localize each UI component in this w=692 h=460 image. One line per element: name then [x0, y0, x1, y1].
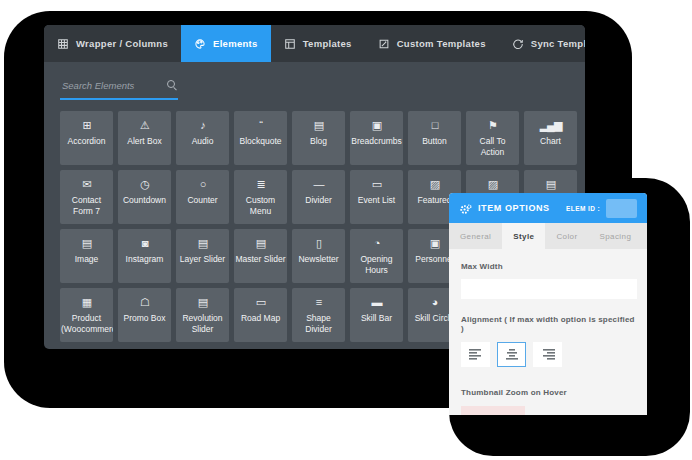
- element-tile[interactable]: ▯Newsletter: [292, 229, 345, 283]
- element-tile-label: Call To Action: [466, 136, 519, 158]
- tab-color[interactable]: Color: [545, 223, 588, 249]
- element-tile-label: Countdown: [118, 195, 171, 206]
- photo-icon: ▤: [82, 236, 91, 250]
- element-tile[interactable]: ▂▄▆Chart: [524, 111, 577, 165]
- tab-elements[interactable]: Elements: [181, 25, 271, 62]
- element-tile[interactable]: ▤Master Slider: [234, 229, 287, 283]
- element-tile[interactable]: ≡Shape Divider: [292, 288, 345, 342]
- element-tile[interactable]: ▤Blog: [292, 111, 345, 165]
- search-input[interactable]: [60, 79, 160, 92]
- search-icon[interactable]: [167, 80, 178, 91]
- photo-icon: ▤: [198, 295, 207, 309]
- element-tile[interactable]: ⊞Accordion: [60, 111, 113, 165]
- element-tile-label: Layer Slider: [176, 254, 229, 265]
- tab-label: Sync Templates: [531, 38, 585, 49]
- gears-icon: [459, 202, 472, 215]
- thumbnail-zoom-toggle[interactable]: OFF: [461, 406, 525, 415]
- element-tile[interactable]: ≣Custom Menu: [234, 170, 287, 224]
- tab-general[interactable]: General: [449, 223, 502, 249]
- cart-icon: ▦: [82, 295, 91, 309]
- element-tile[interactable]: ▤Layer Slider: [176, 229, 229, 283]
- element-tile-label: Skill Bar: [350, 313, 403, 324]
- alignment-label: Alignment ( If max width option is speci…: [461, 315, 635, 333]
- tab-wrapper-columns[interactable]: Wrapper / Columns: [44, 25, 181, 62]
- tab-label: Templates: [303, 38, 352, 49]
- element-tile[interactable]: ▤Image: [60, 229, 113, 283]
- wrapper-columns-icon: [57, 38, 69, 50]
- elem-id-input[interactable]: [606, 199, 637, 218]
- megaphone-icon: ⚑: [488, 118, 497, 132]
- item-options-header: ITEM OPTIONS ELEM ID :: [449, 193, 647, 223]
- element-tile[interactable]: □Button: [408, 111, 461, 165]
- max-width-input[interactable]: [461, 279, 637, 299]
- event-box-icon: ▭: [372, 177, 381, 191]
- element-tile-label: Road Map: [234, 313, 287, 324]
- element-tile-label: Chart: [524, 136, 577, 147]
- element-tile[interactable]: ▬Skill Bar: [350, 288, 403, 342]
- thumbnail-zoom-label: Thumbnail Zoom on Hover: [461, 388, 635, 397]
- templates-icon: [284, 38, 296, 50]
- pie-icon: ◕: [432, 295, 438, 309]
- element-tile[interactable]: ○Counter: [176, 170, 229, 224]
- accordion-icon: ⊞: [82, 118, 90, 132]
- tab-custom-templates[interactable]: Custom Templates: [365, 25, 499, 62]
- element-tile[interactable]: ▭Event List: [350, 170, 403, 224]
- folder-icon: ▭: [256, 295, 265, 309]
- breadcrumbs-icon: ▣: [372, 118, 381, 132]
- search-field[interactable]: [60, 79, 178, 100]
- bar-chart-icon: ▂▄▆: [540, 118, 562, 132]
- elem-id-label: ELEM ID :: [566, 205, 600, 212]
- photo-icon: ▤: [198, 236, 207, 250]
- tab-style[interactable]: Style: [502, 223, 545, 249]
- element-tile[interactable]: “Blockquote: [234, 111, 287, 165]
- element-tile[interactable]: ♪Audio: [176, 111, 229, 165]
- element-tile-label: Breadcrumbs: [350, 136, 403, 147]
- element-tile-label: Counter: [176, 195, 229, 206]
- element-tile-label: Audio: [176, 136, 229, 147]
- align-center-button[interactable]: [497, 342, 526, 367]
- menu-list-icon: ≣: [256, 177, 264, 191]
- element-tile[interactable]: ▤Revolution Slider: [176, 288, 229, 342]
- tab-sync-templates[interactable]: Sync Templates: [499, 25, 585, 62]
- tab-templates[interactable]: Templates: [271, 25, 365, 62]
- element-tile[interactable]: ▦Product (Woocommerce): [60, 288, 113, 342]
- photo-icon: ▤: [314, 118, 323, 132]
- sync-icon: [512, 38, 524, 50]
- countdown-clock-icon: ◷: [140, 177, 149, 191]
- element-tile[interactable]: ⚠Alert Box: [118, 111, 171, 165]
- element-tile-label: Product (Woocommerce): [60, 313, 113, 335]
- tab-label: Custom Templates: [397, 38, 486, 49]
- element-tile[interactable]: ◷Countdown: [118, 170, 171, 224]
- item-options-content: Max Width Alignment ( If max width optio…: [449, 249, 647, 415]
- element-tile[interactable]: ✉Contact Form 7: [60, 170, 113, 224]
- id-card-icon: ▣: [430, 236, 439, 250]
- element-tile-label: Accordion: [60, 136, 113, 147]
- photo-icon: ▤: [546, 177, 555, 191]
- element-tile-label: Promo Box: [118, 313, 171, 324]
- counter-circle-icon: ○: [200, 177, 206, 191]
- music-note-icon: ♪: [200, 118, 205, 132]
- element-tile-label: Divider: [292, 195, 345, 206]
- element-tile[interactable]: ◙Instagram: [118, 229, 171, 283]
- element-tile[interactable]: ☖Promo Box: [118, 288, 171, 342]
- align-right-icon: [541, 349, 555, 360]
- element-tile[interactable]: ▭Road Map: [234, 288, 287, 342]
- element-tile[interactable]: —Divider: [292, 170, 345, 224]
- alignment-options: [461, 342, 635, 367]
- bookmark-icon: ☖: [140, 295, 149, 309]
- element-tile-label: Instagram: [118, 254, 171, 265]
- tab-spacing[interactable]: Spacing: [589, 223, 643, 249]
- element-tile[interactable]: ▣Breadcrumbs: [350, 111, 403, 165]
- max-width-label: Max Width: [461, 262, 635, 271]
- element-tile-label: Button: [408, 136, 461, 147]
- quote-icon: “: [259, 118, 262, 132]
- button-icon: □: [432, 118, 438, 132]
- align-left-button[interactable]: [461, 342, 490, 367]
- element-tile-label: Image: [60, 254, 113, 265]
- item-options-tabs: General Style Color Spacing: [449, 223, 647, 249]
- align-right-button[interactable]: [533, 342, 562, 367]
- element-tile[interactable]: ⚑Call To Action: [466, 111, 519, 165]
- element-tile-label: Blog: [292, 136, 345, 147]
- palette-icon: [194, 38, 206, 50]
- element-tile[interactable]: ◔Opening Hours: [350, 229, 403, 283]
